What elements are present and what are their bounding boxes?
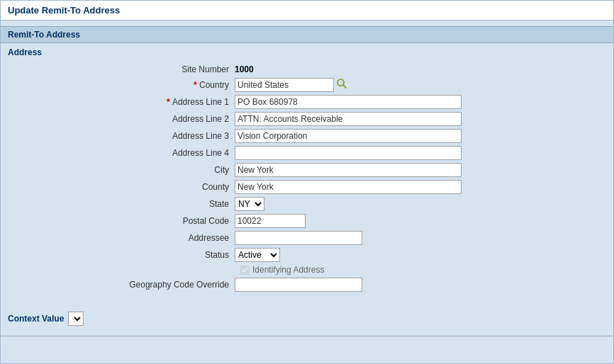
page-wrapper: Update Remit-To Address Remit-To Address… xyxy=(0,0,614,364)
country-search-button[interactable] xyxy=(334,77,350,92)
identifying-address-label: Identifying Address xyxy=(252,265,324,275)
page-title-bar: Update Remit-To Address xyxy=(1,1,613,21)
site-number-row: Site Number 1000 xyxy=(8,64,606,74)
country-input[interactable] xyxy=(235,78,334,92)
remit-to-section-header: Remit-To Address xyxy=(1,26,613,43)
country-label: * Country xyxy=(8,80,235,90)
address-line2-input[interactable] xyxy=(235,112,462,126)
page-title: Update Remit-To Address xyxy=(8,5,120,16)
addressee-row: Addressee xyxy=(8,231,606,245)
address-line3-row: Address Line 3 xyxy=(8,129,606,143)
geography-code-label: Geography Code Override xyxy=(8,280,235,290)
status-row: Status ActiveInactive xyxy=(8,248,606,262)
state-select[interactable]: NYALAKAZARCACOCTDEFLGAHIIDILINIAKSKYLAME… xyxy=(235,197,264,211)
address-line4-row: Address Line 4 xyxy=(8,146,606,160)
bottom-border xyxy=(1,336,613,336)
address-subsection-header: Address xyxy=(1,43,613,62)
context-value-select[interactable] xyxy=(68,312,84,326)
context-value-label: Context Value xyxy=(8,314,64,324)
state-label: State xyxy=(8,199,235,209)
geography-code-input[interactable] xyxy=(235,278,362,292)
identifying-address-checkbox[interactable] xyxy=(240,266,250,275)
postal-code-input[interactable] xyxy=(235,214,306,228)
address-line3-label: Address Line 3 xyxy=(8,131,235,141)
search-icon xyxy=(336,78,347,89)
address-line2-label: Address Line 2 xyxy=(8,114,235,124)
address-line3-input[interactable] xyxy=(235,129,462,143)
context-value-row: Context Value xyxy=(1,307,613,330)
address-line1-row: * Address Line 1 xyxy=(8,95,606,109)
state-row: State NYALAKAZARCACOCTDEFLGAHIIDILINIAKS… xyxy=(8,197,606,211)
addressee-label: Addressee xyxy=(8,233,235,243)
county-label: County xyxy=(8,182,235,192)
postal-code-label: Postal Code xyxy=(8,216,235,226)
country-row: * Country xyxy=(8,77,606,92)
form-area: Site Number 1000 * Country * Address Lin… xyxy=(1,62,613,302)
address-line1-input[interactable] xyxy=(235,95,462,109)
identifying-address-row: Identifying Address xyxy=(8,265,606,275)
svg-line-1 xyxy=(343,85,346,88)
status-label: Status xyxy=(8,250,235,260)
address-line4-label: Address Line 4 xyxy=(8,148,235,158)
city-row: City xyxy=(8,163,606,177)
address-line2-row: Address Line 2 xyxy=(8,112,606,126)
country-required-star: * xyxy=(194,80,199,90)
site-number-value: 1000 xyxy=(235,64,254,74)
status-select[interactable]: ActiveInactive xyxy=(235,248,280,262)
geography-code-row: Geography Code Override xyxy=(8,278,606,292)
county-row: County xyxy=(8,180,606,194)
city-input[interactable] xyxy=(235,163,462,177)
address1-required-star: * xyxy=(167,97,172,107)
city-label: City xyxy=(8,165,235,175)
address-line4-input[interactable] xyxy=(235,146,462,160)
addressee-input[interactable] xyxy=(235,231,362,245)
address-line1-label: * Address Line 1 xyxy=(8,97,235,107)
site-number-label: Site Number xyxy=(8,64,235,74)
county-input[interactable] xyxy=(235,180,462,194)
postal-code-row: Postal Code xyxy=(8,214,606,228)
